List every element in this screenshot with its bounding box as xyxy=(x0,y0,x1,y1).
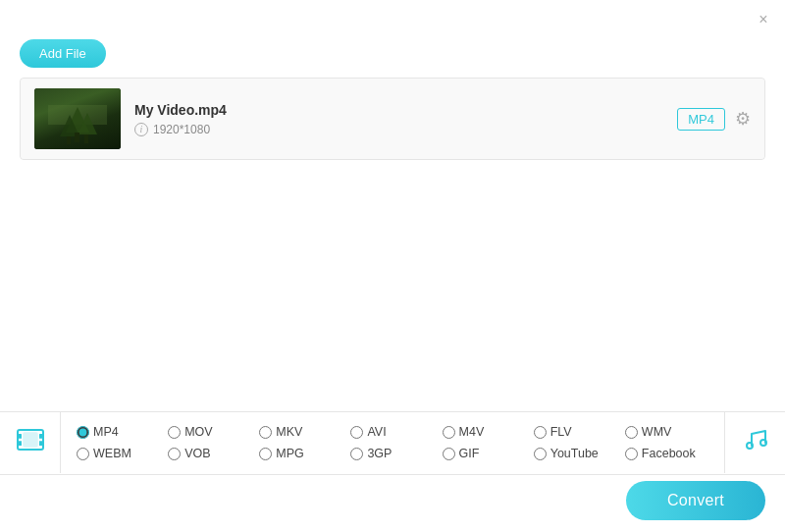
format-option-m4v[interactable]: M4V xyxy=(439,423,530,441)
format-label-vob: VOB xyxy=(184,447,210,460)
svg-rect-13 xyxy=(24,433,37,447)
format-option-facebook[interactable]: Facebook xyxy=(621,445,712,462)
thumbnail-image xyxy=(34,88,121,149)
file-meta: i 1920*1080 xyxy=(134,123,663,136)
format-option-mpg[interactable]: MPG xyxy=(255,445,346,462)
format-label-mp4: MP4 xyxy=(93,425,119,439)
format-option-youtube[interactable]: YouTube xyxy=(530,445,621,462)
file-list: My Video.mp4 i 1920*1080 MP4 ⚙ xyxy=(20,78,765,160)
format-label-facebook: Facebook xyxy=(642,447,696,460)
svg-point-19 xyxy=(760,440,766,446)
format-label-mpg: MPG xyxy=(276,447,303,460)
svg-rect-6 xyxy=(67,136,71,144)
format-label-gif: GIF xyxy=(459,447,480,460)
format-label-avi: AVI xyxy=(367,425,386,439)
format-radio-wmv[interactable] xyxy=(625,426,638,439)
file-thumbnail xyxy=(34,88,121,149)
format-option-wmv[interactable]: WMV xyxy=(621,423,712,441)
format-radio-gif[interactable] xyxy=(443,448,455,460)
format-bar: MP4 MOV MKV AVI M4V FLV WMV WEBM xyxy=(0,411,785,473)
format-radio-3gp[interactable] xyxy=(350,448,363,460)
format-radio-mkv[interactable] xyxy=(259,426,272,439)
title-bar: × xyxy=(0,0,785,33)
format-label-mkv: MKV xyxy=(276,425,302,439)
format-radio-avi[interactable] xyxy=(350,426,363,439)
format-radio-youtube[interactable] xyxy=(534,448,547,460)
empty-area xyxy=(0,160,785,356)
format-option-3gp[interactable]: 3GP xyxy=(346,445,438,462)
format-badge[interactable]: MP4 xyxy=(677,108,725,131)
convert-button[interactable]: Convert xyxy=(626,481,765,520)
toolbar: Add File xyxy=(0,33,785,78)
format-label-wmv: WMV xyxy=(642,425,672,439)
format-label-m4v: M4V xyxy=(459,425,485,439)
file-item: My Video.mp4 i 1920*1080 MP4 ⚙ xyxy=(21,79,764,159)
format-option-avi[interactable]: AVI xyxy=(346,423,438,441)
format-radio-m4v[interactable] xyxy=(443,426,455,439)
file-name: My Video.mp4 xyxy=(134,102,663,118)
format-label-webm: WEBM xyxy=(93,447,131,460)
music-note-icon xyxy=(742,426,769,459)
format-radio-mov[interactable] xyxy=(168,426,181,439)
format-option-mp4[interactable]: MP4 xyxy=(73,423,164,441)
format-radio-mp4[interactable] xyxy=(77,426,89,439)
format-option-mov[interactable]: MOV xyxy=(164,423,255,441)
svg-rect-7 xyxy=(84,134,88,143)
format-radio-webm[interactable] xyxy=(77,448,89,460)
video-format-tab[interactable] xyxy=(0,412,61,473)
file-actions: MP4 ⚙ xyxy=(677,108,751,131)
settings-icon[interactable]: ⚙ xyxy=(735,108,751,130)
file-resolution: 1920*1080 xyxy=(153,123,210,136)
format-label-3gp: 3GP xyxy=(367,447,392,460)
format-option-mkv[interactable]: MKV xyxy=(255,423,346,441)
file-info: My Video.mp4 i 1920*1080 xyxy=(134,102,663,136)
format-radio-mpg[interactable] xyxy=(259,448,272,460)
format-label-youtube: YouTube xyxy=(550,447,599,460)
close-button[interactable]: × xyxy=(754,10,773,29)
audio-format-tab[interactable] xyxy=(724,412,785,473)
bottom-divider xyxy=(0,474,785,475)
format-radio-flv[interactable] xyxy=(534,426,547,439)
format-grid: MP4 MOV MKV AVI M4V FLV WMV WEBM xyxy=(61,415,724,470)
format-label-mov: MOV xyxy=(184,425,212,439)
filmstrip-icon xyxy=(15,424,46,462)
format-label-flv: FLV xyxy=(550,425,572,439)
bottom-bar: Convert xyxy=(626,481,765,520)
format-radio-vob[interactable] xyxy=(168,448,181,460)
format-option-webm[interactable]: WEBM xyxy=(73,445,164,462)
format-option-gif[interactable]: GIF xyxy=(439,445,530,462)
format-radio-facebook[interactable] xyxy=(625,448,638,460)
info-icon: i xyxy=(134,123,148,136)
add-file-button[interactable]: Add File xyxy=(20,39,106,68)
format-option-flv[interactable]: FLV xyxy=(530,423,621,441)
format-option-vob[interactable]: VOB xyxy=(164,445,255,462)
svg-rect-5 xyxy=(75,133,79,142)
svg-point-18 xyxy=(747,443,753,449)
